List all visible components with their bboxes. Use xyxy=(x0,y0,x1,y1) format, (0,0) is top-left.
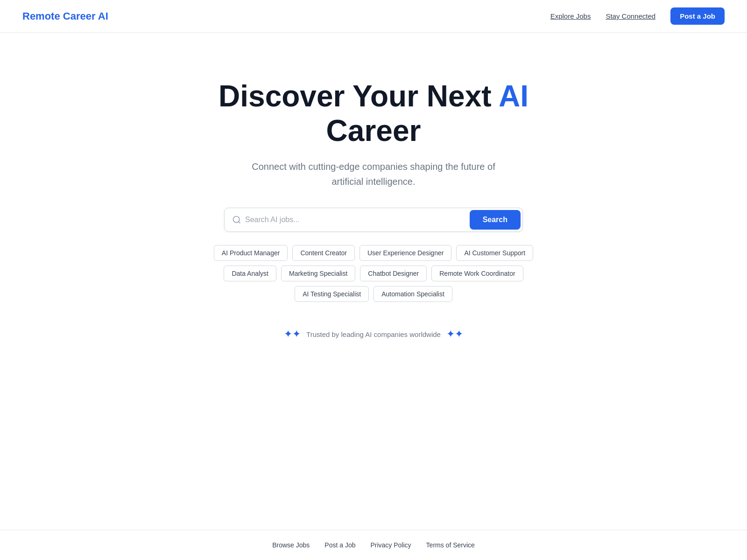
sparkle-right-icon: ✦✦ xyxy=(446,328,463,340)
hero-title-highlight: AI xyxy=(499,79,529,113)
sparkle-left-icon: ✦✦ xyxy=(284,328,301,340)
tag-remote-work-coordinator[interactable]: Remote Work Coordinator xyxy=(431,266,523,281)
search-bar: Search xyxy=(224,208,523,232)
nav-link-stay-connected[interactable]: Stay Connected xyxy=(606,12,655,20)
tag-data-analyst[interactable]: Data Analyst xyxy=(224,266,276,281)
nav-logo[interactable]: Remote Career AI xyxy=(22,10,108,22)
hero-title-part2: Career xyxy=(326,114,421,147)
tags-container: AI Product ManagerContent CreatorUser Ex… xyxy=(205,245,542,302)
navbar: Remote Career AI Explore Jobs Stay Conne… xyxy=(0,0,747,33)
tag-user-experience-designer[interactable]: User Experience Designer xyxy=(359,245,451,261)
tag-ai-testing-specialist[interactable]: AI Testing Specialist xyxy=(295,286,369,302)
footer-link-privacy-policy[interactable]: Privacy Policy xyxy=(370,541,411,549)
svg-point-0 xyxy=(233,217,240,223)
hero-section: Discover Your Next AI Career Connect wit… xyxy=(0,33,747,368)
trusted-text: Trusted by leading AI companies worldwid… xyxy=(306,330,441,338)
nav-link-explore-jobs[interactable]: Explore Jobs xyxy=(550,12,591,20)
hero-title: Discover Your Next AI Career xyxy=(218,79,529,148)
hero-title-part1: Discover Your Next xyxy=(218,79,499,113)
tag-content-creator[interactable]: Content Creator xyxy=(292,245,355,261)
tag-ai-customer-support[interactable]: AI Customer Support xyxy=(456,245,533,261)
search-icon xyxy=(232,215,241,224)
search-input[interactable] xyxy=(245,216,470,224)
tag-chatbot-designer[interactable]: Chatbot Designer xyxy=(360,266,427,281)
search-button[interactable]: Search xyxy=(470,210,521,230)
svg-line-1 xyxy=(239,222,240,224)
hero-subtitle: Connect with cutting-edge companies shap… xyxy=(243,159,504,189)
footer-link-post-a-job[interactable]: Post a Job xyxy=(324,541,355,549)
nav-links: Explore Jobs Stay Connected Post a Job xyxy=(550,7,725,25)
trusted-row: ✦✦ Trusted by leading AI companies world… xyxy=(284,328,463,340)
post-a-job-button[interactable]: Post a Job xyxy=(670,7,725,25)
footer-link-terms-of-service[interactable]: Terms of Service xyxy=(426,541,475,549)
tag-ai-product-manager[interactable]: AI Product Manager xyxy=(214,245,288,261)
footer-link-browse-jobs[interactable]: Browse Jobs xyxy=(272,541,310,549)
tag-marketing-specialist[interactable]: Marketing Specialist xyxy=(281,266,355,281)
tag-automation-specialist[interactable]: Automation Specialist xyxy=(374,286,452,302)
footer: Browse JobsPost a JobPrivacy PolicyTerms… xyxy=(0,530,747,560)
